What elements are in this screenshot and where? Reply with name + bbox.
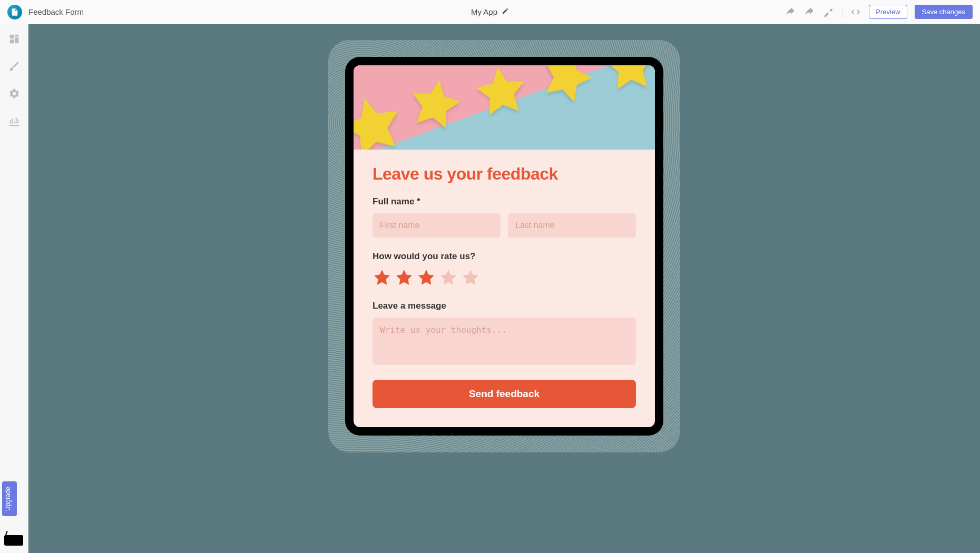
stats-icon[interactable]: [8, 115, 21, 127]
mascot-icon: [4, 535, 23, 546]
save-changes-button[interactable]: Save changes: [915, 5, 973, 19]
fullname-label: Full name *: [373, 196, 636, 207]
gear-icon[interactable]: [8, 87, 21, 100]
message-textarea[interactable]: [373, 318, 636, 365]
app-name: My App: [471, 7, 497, 16]
form-screen: Leave us your feedback Full name * How w…: [354, 65, 655, 427]
star-1-icon[interactable]: [373, 268, 391, 287]
first-name-input[interactable]: [373, 213, 501, 238]
rating-stars: [373, 268, 636, 287]
rate-label: How would you rate us?: [373, 251, 636, 262]
layout-icon[interactable]: [8, 33, 21, 45]
upgrade-button[interactable]: Upgrade: [2, 481, 17, 516]
undo-icon[interactable]: [785, 6, 797, 18]
hammer-icon[interactable]: [823, 6, 835, 18]
code-icon[interactable]: [850, 6, 861, 18]
page-title: Feedback Form: [28, 7, 84, 16]
star-3-icon[interactable]: [417, 268, 436, 287]
star-4-icon[interactable]: [439, 268, 458, 287]
pencil-icon[interactable]: [502, 7, 509, 17]
star-5-icon[interactable]: [461, 268, 480, 287]
form-title: Leave us your feedback: [373, 164, 636, 184]
device-bezel: Leave us your feedback Full name * How w…: [345, 57, 663, 436]
preview-button[interactable]: Preview: [869, 5, 907, 19]
divider: [842, 7, 842, 17]
hero-image: [354, 65, 655, 150]
editor-canvas: Leave us your feedback Full name * How w…: [28, 24, 980, 553]
send-feedback-button[interactable]: Send feedback: [373, 380, 636, 408]
left-sidebar: Upgrade: [0, 24, 28, 553]
message-label: Leave a message: [373, 301, 636, 311]
app-logo[interactable]: [7, 5, 22, 19]
brush-icon[interactable]: [8, 60, 21, 73]
redo-icon[interactable]: [804, 6, 816, 18]
device-frame: Leave us your feedback Full name * How w…: [328, 40, 680, 452]
star-2-icon[interactable]: [395, 268, 414, 287]
last-name-input[interactable]: [508, 213, 636, 238]
